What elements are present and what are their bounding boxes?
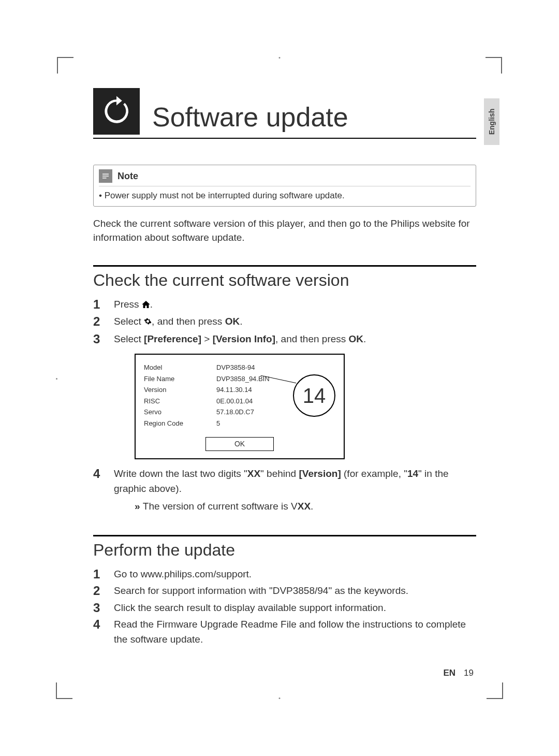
table-row: ModelDVP3858-94 xyxy=(144,362,270,373)
table-row: RISC0E.00.01.04 xyxy=(144,396,270,407)
home-icon xyxy=(142,298,150,313)
svg-rect-2 xyxy=(102,178,107,179)
table-row: File NameDVP3858_94.BIN xyxy=(144,373,270,385)
language-tab-label: English xyxy=(488,109,496,135)
update-icon xyxy=(93,88,140,135)
crop-mark-bottom-left xyxy=(56,682,72,699)
page-title: Software update xyxy=(152,101,476,135)
note-icon xyxy=(99,169,112,183)
version-info-table: ModelDVP3858-94 File NameDVP3858_94.BIN … xyxy=(144,362,270,429)
step-3: Select [Preference] > [Version Info], an… xyxy=(93,332,476,460)
step-2: Search for support information with "DVP… xyxy=(93,584,476,599)
version-info-diagram: ModelDVP3858-94 File NameDVP3858_94.BIN … xyxy=(135,354,345,459)
svg-rect-1 xyxy=(102,176,109,177)
table-row: Version94.11.30.14 xyxy=(144,384,270,396)
gear-icon xyxy=(144,315,152,330)
footer-lang: EN xyxy=(443,668,455,678)
note-header: Note xyxy=(94,165,476,184)
section1-heading: Check the current software version xyxy=(93,271,476,290)
callout-circle: 14 xyxy=(293,374,335,417)
center-mark-bottom xyxy=(279,697,281,699)
diagram-ok-button: OK xyxy=(205,437,274,451)
intro-paragraph: Check the current software version of th… xyxy=(93,217,476,244)
table-row: Region Code5 xyxy=(144,418,270,429)
language-tab: English xyxy=(484,98,499,145)
section2-steps: Go to www.philips.com/support. Search fo… xyxy=(93,567,476,647)
footer-page-number: 19 xyxy=(464,668,474,678)
title-block: Software update xyxy=(93,88,476,139)
crop-mark-top-left xyxy=(57,57,73,74)
step-4: Read the Firmware Upgrade Readme File an… xyxy=(93,617,476,647)
step-4-substep: The version of current software is VXX. xyxy=(135,499,476,514)
center-mark-top xyxy=(279,57,281,59)
table-row: Servo57.18.0D.C7 xyxy=(144,406,270,418)
note-box: Note Power supply must not be interrupte… xyxy=(93,165,476,207)
section1-steps: Press . Select , and then press OK. Sele… xyxy=(93,297,476,514)
step-1: Press . xyxy=(93,297,476,312)
note-label: Note xyxy=(117,171,138,182)
svg-rect-0 xyxy=(102,174,109,175)
step-2: Select , and then press OK. xyxy=(93,314,476,329)
step-3: Click the search result to display avail… xyxy=(93,601,476,616)
section2-heading: Perform the update xyxy=(93,541,476,560)
section-divider xyxy=(93,265,476,267)
crop-mark-top-right xyxy=(486,57,502,74)
section-divider xyxy=(93,535,476,536)
crop-mark-bottom-right xyxy=(487,682,503,699)
step-4: Write down the last two digits "XX" behi… xyxy=(93,467,476,514)
page-content: Software update Note Power supply must n… xyxy=(93,88,476,649)
note-body: Power supply must not be interrupted dur… xyxy=(99,186,470,201)
side-mark-left xyxy=(56,378,57,380)
page-footer: EN19 xyxy=(443,668,474,678)
step-1: Go to www.philips.com/support. xyxy=(93,567,476,582)
